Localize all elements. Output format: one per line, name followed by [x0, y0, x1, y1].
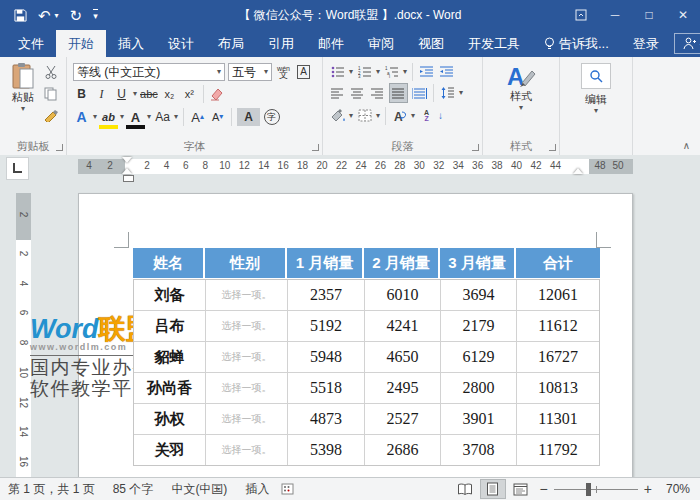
- macro-record-icon[interactable]: [281, 483, 294, 495]
- numbering-dropdown-icon[interactable]: ▾: [376, 68, 380, 76]
- bold-button[interactable]: B: [73, 85, 90, 103]
- hanging-indent-marker[interactable]: [122, 168, 132, 174]
- word-count[interactable]: 85 个字: [95, 481, 154, 498]
- align-right-icon[interactable]: [369, 84, 386, 102]
- tab-selector[interactable]: [6, 157, 29, 180]
- paste-button[interactable]: 粘贴 ▾: [5, 62, 41, 113]
- cut-icon[interactable]: [44, 65, 58, 79]
- line-spacing-dropdown-icon[interactable]: ▾: [459, 89, 463, 97]
- collapse-ribbon-icon[interactable]: ∧: [683, 140, 690, 151]
- tab-developer[interactable]: 开发工具: [456, 30, 532, 57]
- underline-dropdown-icon[interactable]: ▾: [133, 90, 137, 98]
- justify-icon[interactable]: [389, 83, 408, 103]
- tab-design[interactable]: 设计: [156, 30, 206, 57]
- font-dialog-launcher[interactable]: [312, 144, 319, 151]
- undo-dropdown-icon[interactable]: ▾: [55, 11, 59, 20]
- horizontal-ruler[interactable]: 4224681012141618202224262830323436384042…: [78, 159, 633, 174]
- ribbon-display-options-icon[interactable]: [564, 0, 598, 30]
- character-shading-button[interactable]: A: [237, 108, 260, 126]
- zoom-slider-thumb[interactable]: [586, 483, 591, 496]
- zoom-in-icon[interactable]: +: [638, 481, 658, 497]
- change-case-dropdown-icon[interactable]: ▾: [174, 113, 178, 121]
- asian-layout-icon[interactable]: A: [391, 107, 408, 125]
- redo-icon[interactable]: ↻: [70, 8, 83, 23]
- language-indicator[interactable]: 中文(中国): [153, 481, 227, 498]
- bullets-icon[interactable]: [329, 63, 346, 81]
- asian-layout-dropdown-icon[interactable]: ▾: [411, 112, 415, 120]
- paragraph-dialog-launcher[interactable]: [472, 144, 479, 151]
- numbering-icon[interactable]: 123: [356, 63, 373, 81]
- right-indent-marker[interactable]: [573, 168, 583, 174]
- underline-button[interactable]: U: [113, 85, 130, 103]
- tab-view[interactable]: 视图: [406, 30, 456, 57]
- maximize-icon[interactable]: □: [632, 0, 666, 30]
- line-spacing-icon[interactable]: [439, 84, 456, 102]
- align-center-icon[interactable]: [349, 84, 366, 102]
- font-color-icon[interactable]: A: [127, 108, 144, 126]
- select-dropdown[interactable]: 选择一项。: [206, 342, 288, 372]
- vertical-ruler[interactable]: 2246810121416: [16, 193, 31, 478]
- font-size-combo[interactable]: 五号 ▾: [228, 63, 272, 81]
- highlight-color-icon[interactable]: ab: [100, 108, 117, 126]
- format-painter-icon[interactable]: [44, 109, 58, 122]
- close-icon[interactable]: ✕: [666, 0, 700, 30]
- select-dropdown[interactable]: 选择一项。: [206, 311, 288, 341]
- styles-dialog-launcher[interactable]: [549, 144, 556, 151]
- align-left-icon[interactable]: [329, 84, 346, 102]
- tab-layout[interactable]: 布局: [206, 30, 256, 57]
- tab-insert[interactable]: 插入: [106, 30, 156, 57]
- save-icon[interactable]: [14, 9, 27, 22]
- enclose-characters-icon[interactable]: 字: [263, 108, 280, 126]
- strikethrough-button[interactable]: abc: [140, 85, 158, 103]
- minimize-icon[interactable]: ─: [598, 0, 632, 30]
- phonetic-guide-icon[interactable]: wén 文: [275, 63, 292, 81]
- bullets-dropdown-icon[interactable]: ▾: [349, 68, 353, 76]
- page-indicator[interactable]: 第 1 页，共 1 页: [0, 481, 95, 498]
- insert-mode-indicator[interactable]: 插入: [227, 481, 269, 498]
- left-indent-marker[interactable]: [123, 175, 134, 182]
- select-dropdown[interactable]: 选择一项。: [206, 373, 288, 403]
- font-color-dropdown-icon[interactable]: ▾: [147, 113, 151, 121]
- web-layout-icon[interactable]: [508, 479, 534, 499]
- multilevel-list-icon[interactable]: 1ai: [383, 63, 400, 81]
- highlight-dropdown-icon[interactable]: ▾: [120, 113, 124, 121]
- character-border-icon[interactable]: A: [295, 63, 312, 81]
- copy-icon[interactable]: [44, 87, 58, 101]
- clipboard-dialog-launcher[interactable]: [56, 144, 63, 151]
- grow-font-button[interactable]: A: [189, 108, 206, 126]
- multilevel-dropdown-icon[interactable]: ▾: [403, 68, 407, 76]
- borders-dropdown-icon[interactable]: ▾: [376, 112, 380, 120]
- distribute-icon[interactable]: [411, 84, 428, 102]
- tab-references[interactable]: 引用: [256, 30, 306, 57]
- tab-home[interactable]: 开始: [56, 30, 106, 57]
- borders-icon[interactable]: [356, 107, 373, 125]
- zoom-level[interactable]: 70%: [658, 482, 690, 496]
- font-name-combo[interactable]: 等线 (中文正文) ▾: [73, 63, 225, 81]
- undo-icon[interactable]: ↶: [38, 8, 51, 23]
- text-effects-icon[interactable]: A: [73, 108, 90, 126]
- tab-sign-in[interactable]: 登录: [621, 30, 671, 57]
- select-dropdown[interactable]: 选择一项。: [206, 404, 288, 434]
- styles-button[interactable]: A 样式 ▾: [497, 63, 545, 112]
- change-case-icon[interactable]: Aa: [154, 108, 171, 126]
- decrease-indent-icon[interactable]: [418, 63, 435, 81]
- editing-button[interactable]: 编辑 ▾: [576, 63, 616, 115]
- zoom-slider[interactable]: [554, 489, 638, 490]
- tab-review[interactable]: 审阅: [356, 30, 406, 57]
- tab-mailings[interactable]: 邮件: [306, 30, 356, 57]
- tab-share[interactable]: 共享: [674, 33, 700, 54]
- tab-file[interactable]: 文件: [6, 30, 56, 57]
- read-mode-icon[interactable]: [452, 479, 478, 499]
- increase-indent-icon[interactable]: [438, 63, 455, 81]
- shading-dropdown-icon[interactable]: ▾: [349, 112, 353, 120]
- sort-icon[interactable]: A Z: [418, 107, 435, 125]
- tab-tell-me[interactable]: 告诉我...: [532, 30, 621, 57]
- text-effects-dropdown-icon[interactable]: ▾: [93, 113, 97, 121]
- select-dropdown[interactable]: 选择一项。: [206, 280, 288, 310]
- superscript-button[interactable]: x²: [181, 85, 198, 103]
- print-layout-icon[interactable]: [480, 479, 506, 499]
- shading-icon[interactable]: [329, 107, 346, 125]
- first-line-indent-marker[interactable]: [122, 157, 132, 163]
- subscript-button[interactable]: x₂: [161, 85, 178, 103]
- clear-formatting-icon[interactable]: [209, 85, 226, 103]
